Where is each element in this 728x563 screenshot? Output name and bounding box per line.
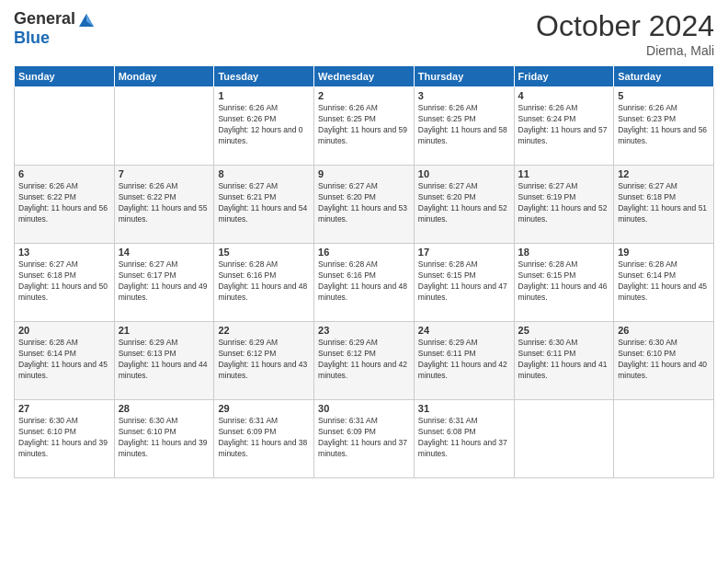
daylight-text: Daylight: 11 hours and 50 minutes. bbox=[18, 282, 108, 302]
calendar-day-cell: 26 Sunrise: 6:30 AM Sunset: 6:10 PM Dayl… bbox=[614, 322, 714, 400]
day-of-week-header: Tuesday bbox=[214, 66, 314, 87]
calendar-day-cell: 29 Sunrise: 6:31 AM Sunset: 6:09 PM Dayl… bbox=[214, 400, 314, 478]
sunrise-text: Sunrise: 6:28 AM bbox=[318, 259, 378, 269]
day-info: Sunrise: 6:26 AM Sunset: 6:25 PM Dayligh… bbox=[418, 103, 510, 147]
header: General Blue October 2024 Diema, Mali bbox=[14, 9, 714, 58]
daylight-text: Daylight: 11 hours and 41 minutes. bbox=[518, 360, 608, 380]
calendar-day-cell: 31 Sunrise: 6:31 AM Sunset: 6:08 PM Dayl… bbox=[414, 400, 514, 478]
daylight-text: Daylight: 11 hours and 40 minutes. bbox=[618, 360, 707, 380]
daylight-text: Daylight: 12 hours and 0 minutes. bbox=[218, 125, 302, 145]
day-info: Sunrise: 6:26 AM Sunset: 6:22 PM Dayligh… bbox=[119, 181, 210, 225]
calendar-day-cell: 20 Sunrise: 6:28 AM Sunset: 6:14 PM Dayl… bbox=[15, 322, 115, 400]
daylight-text: Daylight: 11 hours and 56 minutes. bbox=[618, 125, 707, 145]
sunset-text: Sunset: 6:25 PM bbox=[318, 114, 376, 123]
day-info: Sunrise: 6:26 AM Sunset: 6:25 PM Dayligh… bbox=[318, 103, 410, 147]
day-info: Sunrise: 6:29 AM Sunset: 6:12 PM Dayligh… bbox=[318, 338, 410, 382]
daylight-text: Daylight: 11 hours and 37 minutes. bbox=[418, 438, 507, 458]
day-info: Sunrise: 6:28 AM Sunset: 6:15 PM Dayligh… bbox=[518, 259, 610, 304]
sunrise-text: Sunrise: 6:31 AM bbox=[318, 416, 378, 425]
calendar-day-cell: 14 Sunrise: 6:27 AM Sunset: 6:17 PM Dayl… bbox=[114, 244, 214, 322]
calendar-day-cell: 17 Sunrise: 6:28 AM Sunset: 6:15 PM Dayl… bbox=[414, 244, 514, 322]
day-number: 2 bbox=[318, 90, 410, 101]
daylight-text: Daylight: 11 hours and 45 minutes. bbox=[618, 282, 707, 302]
day-number: 4 bbox=[518, 90, 610, 101]
logo-blue-text: Blue bbox=[14, 29, 50, 48]
day-number: 14 bbox=[119, 247, 210, 258]
calendar-day-cell bbox=[15, 87, 115, 166]
sunrise-text: Sunrise: 6:26 AM bbox=[418, 103, 478, 112]
location: Diema, Mali bbox=[536, 43, 714, 58]
calendar-day-cell: 4 Sunrise: 6:26 AM Sunset: 6:24 PM Dayli… bbox=[514, 87, 614, 166]
sunset-text: Sunset: 6:20 PM bbox=[318, 192, 376, 201]
calendar-day-cell bbox=[514, 400, 614, 478]
day-number: 18 bbox=[518, 247, 610, 258]
sunrise-text: Sunrise: 6:30 AM bbox=[18, 416, 78, 425]
daylight-text: Daylight: 11 hours and 38 minutes. bbox=[218, 438, 307, 458]
sunrise-text: Sunrise: 6:27 AM bbox=[318, 181, 378, 190]
sunrise-text: Sunrise: 6:28 AM bbox=[518, 259, 578, 269]
daylight-text: Daylight: 11 hours and 52 minutes. bbox=[518, 203, 608, 224]
day-info: Sunrise: 6:31 AM Sunset: 6:08 PM Dayligh… bbox=[418, 416, 510, 460]
day-info: Sunrise: 6:28 AM Sunset: 6:16 PM Dayligh… bbox=[218, 259, 310, 304]
day-number: 22 bbox=[218, 325, 310, 336]
sunset-text: Sunset: 6:09 PM bbox=[318, 427, 376, 436]
day-number: 7 bbox=[119, 168, 210, 179]
day-of-week-header: Wednesday bbox=[314, 66, 415, 87]
sunset-text: Sunset: 6:10 PM bbox=[618, 349, 676, 358]
calendar-day-cell: 19 Sunrise: 6:28 AM Sunset: 6:14 PM Dayl… bbox=[614, 244, 714, 322]
day-number: 19 bbox=[618, 247, 710, 258]
sunset-text: Sunset: 6:11 PM bbox=[418, 349, 476, 358]
day-number: 15 bbox=[218, 247, 310, 258]
daylight-text: Daylight: 11 hours and 57 minutes. bbox=[518, 125, 608, 145]
calendar-day-cell: 23 Sunrise: 6:29 AM Sunset: 6:12 PM Dayl… bbox=[314, 322, 415, 400]
day-number: 26 bbox=[618, 325, 710, 336]
day-number: 11 bbox=[518, 168, 610, 179]
sunrise-text: Sunrise: 6:29 AM bbox=[218, 338, 278, 347]
day-of-week-header: Thursday bbox=[414, 66, 514, 87]
day-number: 1 bbox=[218, 90, 310, 101]
day-info: Sunrise: 6:27 AM Sunset: 6:20 PM Dayligh… bbox=[318, 181, 410, 225]
sunset-text: Sunset: 6:12 PM bbox=[218, 349, 276, 358]
day-number: 28 bbox=[119, 403, 210, 414]
sunset-text: Sunset: 6:25 PM bbox=[418, 114, 476, 123]
sunrise-text: Sunrise: 6:31 AM bbox=[218, 416, 278, 425]
day-info: Sunrise: 6:27 AM Sunset: 6:21 PM Dayligh… bbox=[218, 181, 310, 225]
day-info: Sunrise: 6:29 AM Sunset: 6:12 PM Dayligh… bbox=[218, 338, 310, 382]
sunset-text: Sunset: 6:14 PM bbox=[618, 270, 676, 280]
sunrise-text: Sunrise: 6:26 AM bbox=[18, 181, 78, 190]
day-number: 12 bbox=[618, 168, 710, 179]
day-info: Sunrise: 6:27 AM Sunset: 6:17 PM Dayligh… bbox=[119, 259, 210, 304]
calendar-day-cell: 27 Sunrise: 6:30 AM Sunset: 6:10 PM Dayl… bbox=[15, 400, 115, 478]
calendar-day-cell: 30 Sunrise: 6:31 AM Sunset: 6:09 PM Dayl… bbox=[314, 400, 415, 478]
calendar-day-cell: 8 Sunrise: 6:27 AM Sunset: 6:21 PM Dayli… bbox=[214, 166, 314, 244]
sunrise-text: Sunrise: 6:30 AM bbox=[618, 338, 677, 347]
daylight-text: Daylight: 11 hours and 42 minutes. bbox=[418, 360, 507, 380]
sunset-text: Sunset: 6:09 PM bbox=[218, 427, 276, 436]
daylight-text: Daylight: 11 hours and 51 minutes. bbox=[618, 203, 707, 224]
sunset-text: Sunset: 6:16 PM bbox=[218, 270, 276, 280]
daylight-text: Daylight: 11 hours and 56 minutes. bbox=[18, 203, 108, 224]
day-info: Sunrise: 6:27 AM Sunset: 6:20 PM Dayligh… bbox=[418, 181, 510, 225]
daylight-text: Daylight: 11 hours and 59 minutes. bbox=[318, 125, 407, 145]
day-info: Sunrise: 6:26 AM Sunset: 6:24 PM Dayligh… bbox=[518, 103, 610, 147]
day-number: 20 bbox=[18, 325, 110, 336]
day-info: Sunrise: 6:30 AM Sunset: 6:10 PM Dayligh… bbox=[119, 416, 210, 460]
sunset-text: Sunset: 6:23 PM bbox=[618, 114, 676, 123]
day-info: Sunrise: 6:30 AM Sunset: 6:10 PM Dayligh… bbox=[618, 338, 710, 382]
sunset-text: Sunset: 6:17 PM bbox=[119, 270, 176, 280]
calendar-day-cell: 12 Sunrise: 6:27 AM Sunset: 6:18 PM Dayl… bbox=[614, 166, 714, 244]
calendar-day-cell: 10 Sunrise: 6:27 AM Sunset: 6:20 PM Dayl… bbox=[414, 166, 514, 244]
page-container: General Blue October 2024 Diema, Mali Su… bbox=[0, 0, 728, 563]
sunrise-text: Sunrise: 6:27 AM bbox=[618, 181, 677, 190]
sunrise-text: Sunrise: 6:27 AM bbox=[119, 259, 178, 269]
sunset-text: Sunset: 6:18 PM bbox=[18, 270, 76, 280]
day-of-week-header: Monday bbox=[114, 66, 214, 87]
daylight-text: Daylight: 11 hours and 44 minutes. bbox=[119, 360, 208, 380]
day-info: Sunrise: 6:26 AM Sunset: 6:23 PM Dayligh… bbox=[618, 103, 710, 147]
sunset-text: Sunset: 6:10 PM bbox=[18, 427, 76, 436]
day-number: 6 bbox=[18, 168, 110, 179]
calendar-day-cell: 13 Sunrise: 6:27 AM Sunset: 6:18 PM Dayl… bbox=[15, 244, 115, 322]
day-of-week-header: Saturday bbox=[614, 66, 714, 87]
day-info: Sunrise: 6:27 AM Sunset: 6:18 PM Dayligh… bbox=[618, 181, 710, 225]
daylight-text: Daylight: 11 hours and 43 minutes. bbox=[218, 360, 307, 380]
